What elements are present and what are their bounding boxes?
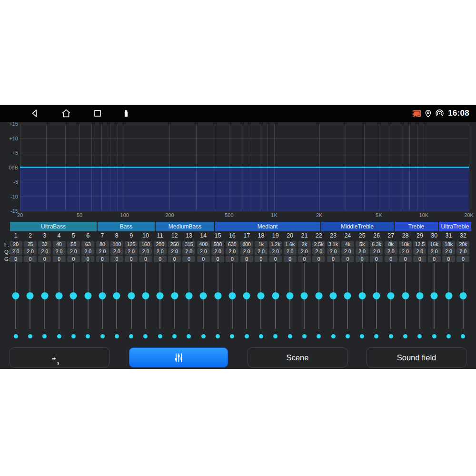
gain-slider[interactable] [139,263,153,329]
freq-value: 1.6k [284,241,297,248]
slider-knob[interactable] [344,292,351,299]
channel-column: 112002.00 [153,232,167,338]
slider-knob[interactable] [431,292,438,299]
equalizer-button[interactable] [129,347,228,367]
slider-knob[interactable] [402,292,409,299]
slider-knob[interactable] [315,292,322,299]
slider-knob[interactable] [128,292,135,299]
slider-knob[interactable] [272,292,279,299]
band-segment-treble[interactable]: Treble [395,222,438,231]
channel-number: 15 [215,232,221,240]
gain-slider[interactable] [312,263,326,329]
gain-slider[interactable] [427,263,441,329]
channel-column: 2912.52.00 [413,232,427,338]
reset-button[interactable] [10,347,109,367]
gain-value: 0 [240,256,253,262]
gain-slider[interactable] [182,263,196,329]
gain-value: 0 [226,256,238,262]
channel-number: 6 [86,232,89,240]
freq-value: 32 [38,241,51,248]
scene-button[interactable]: Scene [248,347,347,367]
band-segment-middletreble[interactable]: MiddleTreble [321,222,394,231]
channel-dot [432,334,436,338]
gain-slider[interactable] [413,263,427,329]
gain-value: 0 [110,256,123,262]
gain-slider[interactable] [23,263,37,329]
band-segment-ultrabass[interactable]: UltraBass [10,222,97,231]
channel-dot [389,334,393,338]
slider-knob[interactable] [12,292,20,299]
gain-slider[interactable] [9,263,23,329]
slider-knob[interactable] [99,292,106,299]
channel-dot [201,334,206,338]
gain-slider[interactable] [124,263,139,329]
gain-slider[interactable] [384,263,398,329]
slider-knob[interactable] [70,292,77,299]
channel-column: 181k2.00 [254,232,268,338]
channel-column: 212k2.00 [297,232,311,338]
gain-slider[interactable] [441,263,456,329]
gain-slider[interactable] [398,263,412,329]
slider-knob[interactable] [416,292,423,299]
gain-slider[interactable] [81,263,95,329]
gain-slider[interactable] [66,263,80,329]
slider-knob[interactable] [185,292,192,299]
gain-slider[interactable] [153,263,167,329]
usb-device-icon[interactable] [122,108,130,119]
sound-field-button[interactable]: Sound field [367,347,466,367]
gain-slider[interactable] [297,263,311,329]
slider-knob[interactable] [200,292,207,299]
channel-column: 3220k2.00 [456,232,470,338]
gain-slider[interactable] [456,263,470,329]
gain-slider[interactable] [210,263,225,329]
band-segment-mediumbass[interactable]: MediumBass [156,222,214,231]
back-icon[interactable] [30,108,40,119]
q-value: 2.0 [413,248,426,255]
gain-slider[interactable] [239,263,254,329]
band-segment-ultratreble[interactable]: UltraTreble [439,222,471,231]
slider-knob[interactable] [358,292,366,299]
band-segment-bass[interactable]: Bass [98,222,155,231]
slider-knob[interactable] [387,292,395,299]
gain-slider[interactable] [109,263,124,329]
channel-number: 10 [142,232,149,240]
gain-slider[interactable] [369,263,384,329]
gain-slider[interactable] [326,263,340,329]
slider-knob[interactable] [373,292,380,299]
gain-slider[interactable] [340,263,355,329]
channel-number: 16 [229,232,236,240]
gain-slider[interactable] [283,263,297,329]
slider-knob[interactable] [287,292,294,299]
band-segment-mediant[interactable]: Mediant [215,222,320,231]
recents-icon[interactable] [92,108,103,119]
slider-knob[interactable] [41,292,48,299]
slider-knob[interactable] [214,292,221,299]
slider-knob[interactable] [445,292,452,299]
slider-knob[interactable] [243,292,250,299]
gain-slider[interactable] [268,263,283,329]
slider-knob[interactable] [56,292,63,299]
gain-slider[interactable] [355,263,369,329]
freq-value: 16k [428,241,441,248]
home-icon[interactable] [61,108,71,119]
slider-knob[interactable] [113,292,120,299]
gain-value: 0 [312,256,325,262]
slider-knob[interactable] [330,292,337,299]
slider-knob[interactable] [301,292,308,299]
slider-knob[interactable] [27,292,34,299]
slider-knob[interactable] [459,292,466,299]
gain-slider[interactable] [38,263,52,329]
slider-knob[interactable] [258,292,265,299]
q-value: 2.0 [197,248,210,255]
gain-slider[interactable] [52,263,66,329]
gain-slider[interactable] [196,263,210,329]
gain-slider[interactable] [254,263,268,329]
slider-knob[interactable] [171,292,178,299]
slider-knob[interactable] [142,292,149,299]
slider-knob[interactable] [84,292,91,299]
gain-slider[interactable] [95,263,109,329]
gain-slider[interactable] [167,263,181,329]
slider-knob[interactable] [157,292,164,299]
slider-knob[interactable] [228,292,236,299]
gain-slider[interactable] [225,263,239,329]
